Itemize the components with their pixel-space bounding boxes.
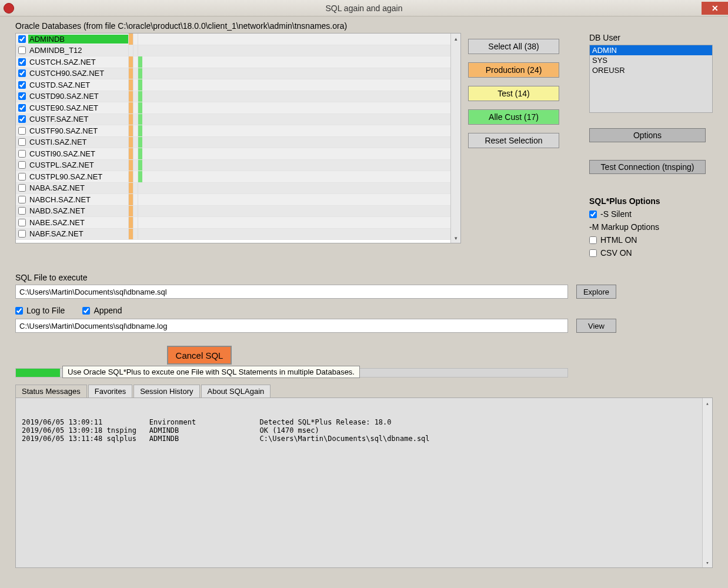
db-row[interactable]: NABCH.SAZ.NET xyxy=(16,194,450,206)
db-row-checkbox[interactable] xyxy=(18,196,26,203)
db-row[interactable]: CUSTF.SAZ.NET xyxy=(16,114,450,126)
db-row-name: CUSTI.SAZ.NET xyxy=(28,138,128,146)
select-all-button[interactable]: Select All (38) xyxy=(468,39,559,54)
db-row[interactable]: NABA.SAZ.NET xyxy=(16,183,450,195)
reset-selection-button[interactable]: Reset Selection xyxy=(468,133,559,148)
html-on-label: HTML ON xyxy=(600,235,637,245)
db-row[interactable]: CUSTF90.SAZ.NET xyxy=(16,125,450,137)
csv-on-label: CSV ON xyxy=(600,248,632,258)
bottom-tabs: Status MessagesFavoritesSession HistoryA… xyxy=(15,385,713,398)
titlebar: SQL again and again ✕ xyxy=(0,0,728,16)
db-row[interactable]: CUSTI90.SAZ.NET xyxy=(16,148,450,160)
db-row-checkbox[interactable] xyxy=(18,207,26,215)
db-row-checkbox[interactable] xyxy=(18,138,26,146)
close-button[interactable]: ✕ xyxy=(702,2,728,15)
sql-file-input[interactable] xyxy=(15,285,568,299)
db-user-item[interactable]: ADMIN xyxy=(590,45,712,55)
db-row-checkbox[interactable] xyxy=(18,173,26,181)
db-row-checkbox[interactable] xyxy=(18,35,26,43)
db-row-name: ADMINDB xyxy=(28,35,128,44)
append-label: Append xyxy=(93,306,122,315)
db-list-label: Oracle Databases (from file C:\oracle\pr… xyxy=(15,21,713,31)
db-list-scrollbar[interactable]: ▴ ▾ xyxy=(450,34,460,243)
tab-favorites[interactable]: Favorites xyxy=(88,385,132,398)
db-row-checkbox[interactable] xyxy=(18,81,26,89)
log-to-file-label: Log to File xyxy=(26,306,65,315)
db-row-name: NABF.SAZ.NET xyxy=(28,229,128,238)
db-row[interactable]: CUSTCH.SAZ.NET xyxy=(16,56,450,68)
db-row-checkbox[interactable] xyxy=(18,46,26,54)
db-row-checkbox[interactable] xyxy=(18,104,26,112)
db-user-item[interactable]: OREUSR xyxy=(590,65,712,75)
db-row[interactable]: CUSTPL.SAZ.NET xyxy=(16,160,450,172)
window-title: SQL again and again xyxy=(325,4,402,13)
db-row-name: CUSTE90.SAZ.NET xyxy=(28,103,128,112)
append-checkbox[interactable] xyxy=(82,307,90,315)
sqlplus-options-heading: SQL*Plus Options xyxy=(589,196,713,206)
db-row-name: CUSTF.SAZ.NET xyxy=(28,115,128,123)
db-row-checkbox[interactable] xyxy=(18,69,26,77)
db-row-checkbox[interactable] xyxy=(18,115,26,123)
db-row-name: CUSTPL.SAZ.NET xyxy=(28,161,128,169)
db-row-name: CUSTD90.SAZ.NET xyxy=(28,92,128,101)
db-user-list[interactable]: ADMINSYSOREUSR xyxy=(589,45,713,113)
db-row-name: CUSTPL90.SAZ.NET xyxy=(28,172,128,181)
db-row[interactable]: NABD.SAZ.NET xyxy=(16,206,450,218)
scroll-down-icon[interactable]: ▾ xyxy=(451,233,460,243)
db-row[interactable]: CUSTPL90.SAZ.NET xyxy=(16,171,450,183)
log-to-file-checkbox[interactable] xyxy=(15,307,23,315)
app-icon xyxy=(4,3,14,14)
tab-status-messages[interactable]: Status Messages xyxy=(15,385,87,398)
db-row-checkbox[interactable] xyxy=(18,92,26,100)
view-button[interactable]: View xyxy=(576,319,616,333)
csv-on-checkbox[interactable] xyxy=(589,249,597,257)
db-row[interactable]: CUSTI.SAZ.NET xyxy=(16,137,450,149)
silent-label: -S Silent xyxy=(600,209,632,219)
options-button[interactable]: Options xyxy=(589,128,706,142)
db-row-name: CUSTF90.SAZ.NET xyxy=(28,126,128,135)
db-row[interactable]: NABF.SAZ.NET xyxy=(16,229,450,240)
db-row-name: NABD.SAZ.NET xyxy=(28,206,128,215)
db-row-checkbox[interactable] xyxy=(18,150,26,158)
html-on-checkbox[interactable] xyxy=(589,236,597,244)
progress-fill xyxy=(16,369,60,377)
db-row-name: CUSTD.SAZ.NET xyxy=(28,81,128,89)
db-row-name: NABA.SAZ.NET xyxy=(28,183,128,192)
db-row[interactable]: CUSTE90.SAZ.NET xyxy=(16,102,450,114)
silent-checkbox[interactable] xyxy=(589,211,597,218)
db-row-checkbox[interactable] xyxy=(18,219,26,226)
tooltip: Use Oracle SQL*Plus to excute one File w… xyxy=(62,366,360,378)
db-row-checkbox[interactable] xyxy=(18,127,26,135)
db-row[interactable]: CUSTD.SAZ.NET xyxy=(16,79,450,91)
db-row-checkbox[interactable] xyxy=(18,58,26,66)
scroll-up-icon[interactable]: ▴ xyxy=(703,398,712,408)
test-filter-button[interactable]: Test (14) xyxy=(468,86,559,101)
db-row-checkbox[interactable] xyxy=(18,161,26,169)
scroll-down-icon[interactable]: ▾ xyxy=(703,557,712,567)
db-row[interactable]: ADMINDB_T12 xyxy=(16,45,450,57)
db-row-checkbox[interactable] xyxy=(18,230,26,238)
tab-about-sqlagain[interactable]: About SQLAgain xyxy=(201,385,271,398)
log-scrollbar[interactable]: ▴ ▾ xyxy=(702,398,712,567)
db-row[interactable]: CUSTD90.SAZ.NET xyxy=(16,91,450,103)
db-user-item[interactable]: SYS xyxy=(590,55,712,65)
production-filter-button[interactable]: Production (24) xyxy=(468,62,559,78)
database-list[interactable]: ADMINDBADMINDB_T12CUSTCH.SAZ.NETCUSTCH90… xyxy=(15,33,461,243)
explore-button[interactable]: Explore xyxy=(576,285,616,299)
db-row[interactable]: CUSTCH90.SAZ.NET xyxy=(16,68,450,80)
db-row-checkbox[interactable] xyxy=(18,184,26,192)
log-file-input[interactable] xyxy=(15,319,568,333)
sql-file-label: SQL File to execute xyxy=(15,273,713,282)
alle-cust-filter-button[interactable]: Alle Cust (17) xyxy=(468,109,559,125)
db-row-name: CUSTCH.SAZ.NET xyxy=(28,58,128,66)
db-row-name: ADMINDB_T12 xyxy=(28,46,128,55)
scroll-up-icon[interactable]: ▴ xyxy=(451,34,460,44)
tab-session-history[interactable]: Session History xyxy=(133,385,199,398)
db-row[interactable]: ADMINDB xyxy=(16,34,450,45)
status-messages-panel: 2019/06/05 13:09:11 Environment Detected… xyxy=(15,397,713,568)
markup-options-label: -M Markup Options xyxy=(589,222,713,232)
db-user-label: DB User xyxy=(589,33,713,42)
cancel-sql-button[interactable]: Cancel SQL xyxy=(167,346,232,365)
db-row[interactable]: NABE.SAZ.NET xyxy=(16,217,450,229)
test-connection-button[interactable]: Test Connection (tnsping) xyxy=(589,160,706,174)
